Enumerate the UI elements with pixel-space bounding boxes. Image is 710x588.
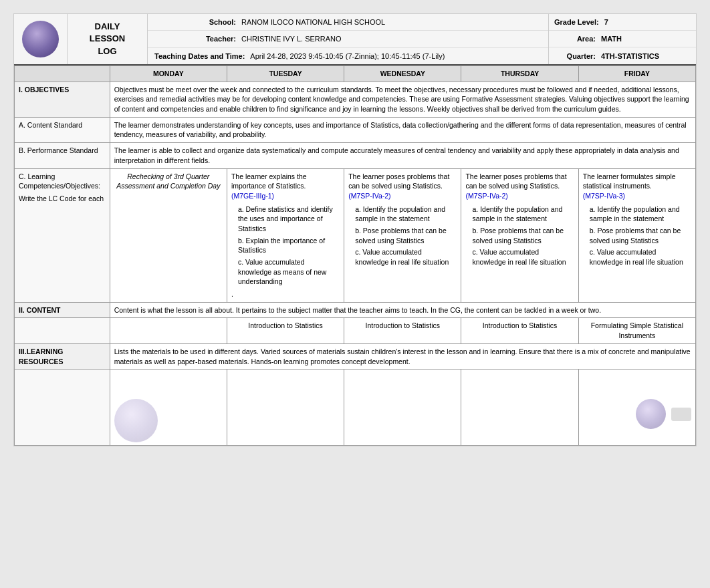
content-section-label: II. CONTENT — [15, 302, 110, 318]
tuesday-content: Introduction to Statistics — [227, 318, 344, 343]
wednesday-lc-code: (M7SP-IVa-2) — [348, 191, 457, 201]
area-row: Area: MATH — [549, 31, 696, 47]
school-label: School: — [154, 18, 241, 26]
quarter-label: Quarter: — [554, 52, 601, 60]
empty-col-header — [15, 66, 110, 82]
monday-header: MONDAY — [110, 66, 227, 82]
friday-item-c: c. Value accumulated knowledge in real l… — [590, 247, 691, 267]
dates-label: Teaching Dates and Time: — [154, 52, 250, 60]
area-value: MATH — [601, 35, 622, 43]
dates-value: April 24-28, 2023 9:45-10:45 (7-Zinnia);… — [250, 52, 445, 60]
grade-level-row: Grade Level: 7 — [549, 14, 696, 31]
friday-lc-items: a. Identify the population and sample in… — [583, 204, 691, 267]
wednesday-lc: The learner poses problems that can be s… — [344, 168, 461, 302]
thursday-lr — [461, 370, 578, 446]
friday-item-b: b. Pose problems that can be solved usin… — [590, 226, 691, 245]
content-standard-label: A. Content Standard — [15, 117, 110, 142]
lc-label: C. Learning Competencies/Objectives: — [19, 172, 106, 191]
wednesday-item-b: b. Pose problems that can be solved usin… — [355, 226, 457, 245]
tuesday-lc: The learner explains the importance of S… — [227, 168, 344, 302]
title-line1: DAILY — [95, 21, 120, 33]
monday-lr — [110, 370, 227, 446]
quarter-value: 4TH-STATISTICS — [601, 52, 659, 60]
column-header-row: MONDAY TUESDAY WEDNESDAY THURSDAY FRIDAY — [15, 66, 696, 82]
grade-label: Grade Level: — [554, 18, 604, 26]
title-line3: LOG — [98, 45, 116, 57]
learning-resources-label: III.LEARNING RESOURCES — [15, 343, 110, 369]
lr-empty-label — [15, 370, 110, 446]
main-table: MONDAY TUESDAY WEDNESDAY THURSDAY FRIDAY… — [14, 65, 696, 446]
content-empty-label — [15, 318, 110, 343]
tuesday-lc-code: (M7GE-IIIg-1) — [231, 191, 340, 201]
thursday-item-b: b. Pose problems that can be solved usin… — [472, 226, 574, 245]
tuesday-period: . — [231, 289, 340, 299]
objectives-description: Objectives must be meet over the week an… — [110, 82, 695, 117]
monday-content — [110, 318, 227, 343]
learning-competencies-row: C. Learning Competencies/Objectives: Wri… — [15, 168, 696, 302]
tuesday-lr — [227, 370, 344, 446]
friday-lr — [578, 370, 695, 446]
content-header-row: II. CONTENT Content is what the lesson i… — [15, 302, 696, 318]
lc-sublabel: Write the LC Code for each — [19, 194, 106, 204]
title-line2: LESSON — [90, 33, 125, 45]
performance-standard-row: B. Performance Standard The learner is a… — [15, 143, 696, 168]
thursday-header: THURSDAY — [461, 66, 578, 82]
thursday-lc-items: a. Identify the population and sample in… — [465, 204, 574, 267]
logo-circle — [22, 21, 59, 57]
friday-lc-code: (M7SP-IVa-3) — [583, 191, 691, 201]
thursday-content: Introduction to Statistics — [461, 318, 578, 343]
header-title: DAILY LESSON LOG — [68, 14, 148, 64]
wednesday-content: Introduction to Statistics — [344, 318, 461, 343]
friday-item-a: a. Identify the population and sample in… — [590, 204, 691, 224]
content-standard-value: The learner demonstrates understanding o… — [110, 117, 695, 142]
teacher-row: Teacher: CHRISTINE IVY L. SERRANO — [148, 31, 548, 47]
wednesday-lr — [344, 370, 461, 446]
wednesday-item-c: c. Value accumulated knowledge in real l… — [355, 247, 457, 267]
thursday-lc-value: The learner poses problems that can be s… — [465, 172, 574, 191]
learning-resources-content-row — [15, 370, 696, 446]
content-standard-row: A. Content Standard The learner demonstr… — [15, 117, 696, 142]
friday-header: FRIDAY — [578, 66, 695, 82]
wednesday-lc-value: The learner poses problems that can be s… — [348, 172, 457, 191]
monday-lr-watermark — [114, 399, 223, 442]
page: DAILY LESSON LOG School: RANOM ILOCO NAT… — [13, 13, 697, 446]
school-value: RANOM ILOCO NATIONAL HIGH SCHOOL — [241, 18, 385, 26]
wednesday-header: WEDNESDAY — [344, 66, 461, 82]
thursday-item-c: c. Value accumulated knowledge in real l… — [472, 247, 574, 267]
thursday-lc-code: (M7SP-IVa-2) — [465, 191, 574, 201]
friday-content: Formulating Simple Statistical Instrumen… — [578, 318, 695, 343]
header-grade: Grade Level: 7 Area: MATH Quarter: 4TH-S… — [549, 14, 696, 64]
thursday-item-a: a. Identify the population and sample in… — [472, 204, 574, 224]
friday-lc: The learner formulates simple statistica… — [578, 168, 695, 302]
logo-section — [14, 14, 68, 64]
learning-resources-row: III.LEARNING RESOURCES Lists the materia… — [15, 343, 696, 369]
learning-resources-description: Lists the materials to be used in differ… — [110, 343, 695, 369]
tuesday-item-b: b. Explain the importance of Statistics — [238, 236, 340, 255]
learning-competencies-cell: C. Learning Competencies/Objectives: Wri… — [15, 168, 110, 302]
performance-standard-value: The learner is able to collect and organ… — [110, 143, 695, 168]
tuesday-item-a: a. Define statistics and identify the us… — [238, 204, 340, 234]
area-label: Area: — [554, 35, 601, 43]
objectives-header-row: I. OBJECTIVES Objectives must be meet ov… — [15, 82, 696, 117]
monday-lc-value: Rechecking of 3rd Quarter Assessment and… — [114, 172, 223, 191]
grade-value: 7 — [604, 18, 608, 26]
quarter-row: Quarter: 4TH-STATISTICS — [549, 47, 696, 64]
school-row: School: RANOM ILOCO NATIONAL HIGH SCHOOL — [148, 14, 548, 31]
tuesday-lc-items: a. Define statistics and identify the us… — [231, 204, 340, 287]
friday-lc-value: The learner formulates simple statistica… — [583, 172, 691, 191]
thursday-lc: The learner poses problems that can be s… — [461, 168, 578, 302]
tuesday-lc-value: The learner explains the importance of S… — [231, 172, 340, 191]
content-values-row: Introduction to Statistics Introduction … — [15, 318, 696, 343]
teacher-value: CHRISTINE IVY L. SERRANO — [241, 35, 342, 43]
header-info: School: RANOM ILOCO NATIONAL HIGH SCHOOL… — [148, 14, 549, 64]
content-description: Content is what the lesson is all about.… — [110, 302, 695, 318]
teacher-label: Teacher: — [154, 35, 241, 43]
wednesday-lc-items: a. Identify the population and sample in… — [348, 204, 457, 267]
header: DAILY LESSON LOG School: RANOM ILOCO NAT… — [14, 14, 696, 65]
wednesday-item-a: a. Identify the population and sample in… — [355, 204, 457, 224]
dates-row: Teaching Dates and Time: April 24-28, 20… — [148, 48, 548, 64]
tuesday-header: TUESDAY — [227, 66, 344, 82]
monday-lc: Rechecking of 3rd Quarter Assessment and… — [110, 168, 227, 302]
friday-lr-watermark — [583, 399, 691, 429]
performance-standard-label: B. Performance Standard — [15, 143, 110, 168]
